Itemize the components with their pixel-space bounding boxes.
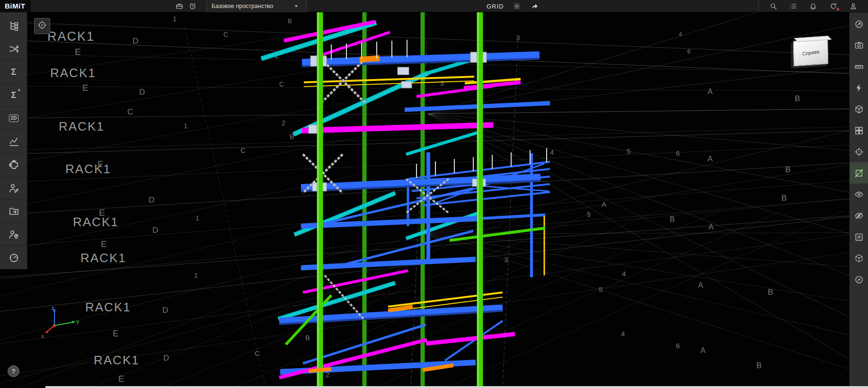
section-box-button[interactable] (850, 98, 868, 120)
portfolio-icon[interactable] (174, 1, 185, 11)
caret-down-icon (291, 1, 301, 11)
account-icon[interactable] (848, 1, 859, 11)
steel-structure-model[interactable] (0, 12, 849, 388)
app-logo[interactable]: BiMiT (0, 0, 31, 12)
view-cube-label: Справа (802, 49, 819, 57)
deselect-button[interactable] (850, 226, 868, 247)
model-tree-button[interactable] (0, 14, 27, 37)
layouts-button[interactable] (850, 120, 868, 141)
plugins-button[interactable] (0, 153, 27, 176)
top-bar-center: GRID (487, 0, 540, 12)
user-edit-button[interactable] (0, 176, 27, 200)
horizontal-scrollbar[interactable] (45, 386, 868, 388)
link-swap-button[interactable] (0, 37, 27, 61)
notifications-icon[interactable] (808, 1, 818, 11)
help-label: ? (12, 368, 16, 375)
axis-triad: Z Y X (40, 305, 83, 343)
view-cube[interactable]: Справа (793, 38, 829, 66)
orbit-mode-button[interactable] (850, 269, 868, 290)
hide-button[interactable] (850, 205, 868, 226)
workspace-label: Базовое пространство (212, 3, 273, 9)
top-bar-center-icons (512, 1, 540, 11)
focus-button[interactable] (850, 141, 868, 162)
clip-plane-button[interactable] (850, 162, 868, 184)
axis-x-label: X (41, 334, 44, 339)
share-icon[interactable] (530, 1, 540, 11)
axis-z-label: Z (52, 306, 54, 311)
2d-view-button-glyph: 2D (9, 115, 19, 122)
scale-button[interactable] (850, 56, 868, 77)
top-bar: BiMiT Базовое пространство GRID (0, 0, 868, 12)
viewport-3d[interactable]: RACK1RACK1RACK1RACK1RACK1RACK1RACK1RACK1… (0, 12, 849, 388)
2d-view-button[interactable]: 2D (0, 107, 27, 130)
user-location-button[interactable] (0, 223, 27, 246)
charts-button[interactable] (0, 130, 27, 153)
search-icon[interactable] (768, 1, 779, 11)
navigate-button[interactable] (850, 13, 868, 35)
show-button[interactable] (850, 184, 868, 205)
sum-add-button[interactable]: Σ+ (0, 84, 27, 107)
navigation-widget-button[interactable] (34, 18, 50, 34)
workspace-selector[interactable]: Базовое пространство (206, 0, 307, 12)
compass-dot-icon (37, 20, 47, 32)
export-folder-button[interactable] (0, 200, 27, 223)
ghost-mode-button[interactable] (850, 247, 868, 269)
history-icon[interactable] (187, 1, 198, 11)
sum-button-glyph: Σ (11, 68, 17, 76)
dashboard-button[interactable] (0, 246, 27, 269)
sum-button[interactable]: Σ (0, 61, 27, 84)
viewpoint-button[interactable] (850, 35, 868, 56)
menu-icon[interactable] (788, 1, 798, 11)
notification-dot (836, 8, 840, 11)
right-toolbar (849, 12, 868, 388)
top-bar-left-icons (174, 0, 198, 12)
settings-icon[interactable] (512, 1, 522, 11)
left-toolbar: ΣΣ+2D (0, 12, 27, 269)
sync-icon[interactable] (828, 1, 839, 11)
axis-y-label: Y (76, 320, 80, 325)
model-name: GRID (487, 3, 504, 10)
help-button[interactable]: ? (8, 365, 19, 377)
sum-add-button-glyph: Σ+ (11, 91, 17, 99)
top-bar-right-icons (758, 0, 868, 12)
quick-actions-button[interactable] (850, 77, 868, 98)
